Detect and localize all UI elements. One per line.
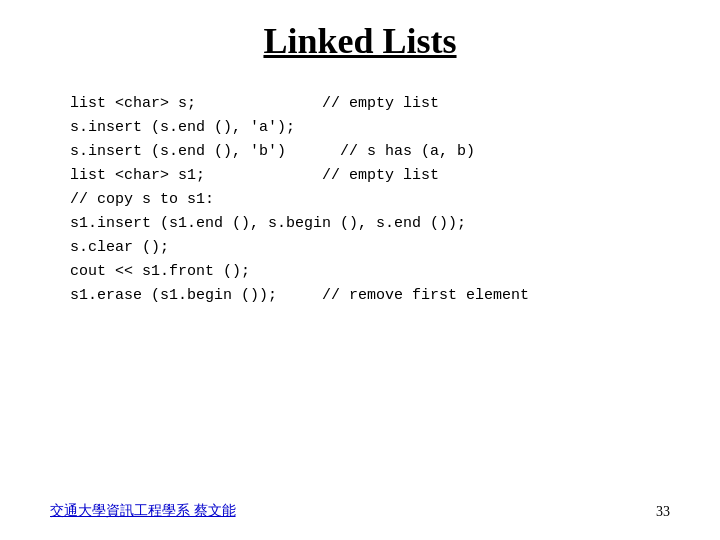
code-line-6: s1.insert (s1.end (), s.begin (), s.end … <box>70 212 670 236</box>
code-line-2: s.insert (s.end (), 'a'); <box>70 116 670 140</box>
page-container: Linked Lists list <char> s; // empty lis… <box>0 0 720 540</box>
code-line-7: s.clear (); <box>70 236 670 260</box>
page-title: Linked Lists <box>50 20 670 62</box>
code-line-8: cout << s1.front (); <box>70 260 670 284</box>
page-number: 33 <box>656 504 670 520</box>
code-line-4: list <char> s1; // empty list <box>70 164 670 188</box>
code-line-5: // copy s to s1: <box>70 188 670 212</box>
code-block: list <char> s; // empty list s.insert (s… <box>70 92 670 308</box>
code-line-3: s.insert (s.end (), 'b') // s has (a, b) <box>70 140 670 164</box>
footer: 交通大學資訊工程學系 蔡文能 33 <box>0 502 720 520</box>
institution-label: 交通大學資訊工程學系 蔡文能 <box>50 502 236 520</box>
code-line-1: list <char> s; // empty list <box>70 92 670 116</box>
code-line-9: s1.erase (s1.begin ()); // remove first … <box>70 284 670 308</box>
